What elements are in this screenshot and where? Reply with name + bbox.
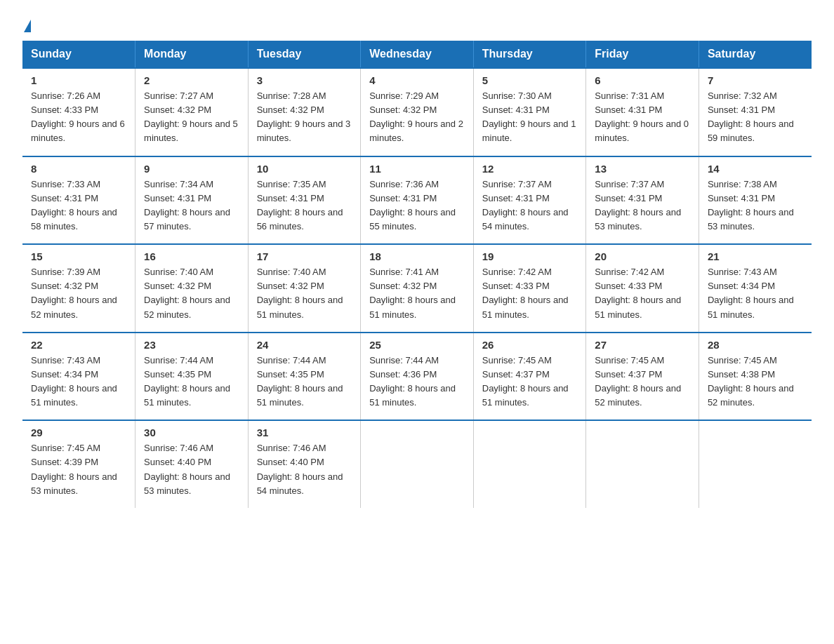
calendar-cell: 7 Sunrise: 7:32 AMSunset: 4:31 PMDayligh… [699, 68, 812, 156]
calendar-cell: 17 Sunrise: 7:40 AMSunset: 4:32 PMDaylig… [248, 244, 361, 333]
day-number: 17 [257, 250, 352, 262]
day-number: 1 [31, 74, 126, 86]
calendar-cell: 21 Sunrise: 7:43 AMSunset: 4:34 PMDaylig… [699, 244, 812, 333]
calendar-cell: 1 Sunrise: 7:26 AMSunset: 4:33 PMDayligh… [22, 68, 135, 156]
header-wednesday: Wednesday [361, 41, 474, 68]
calendar-cell: 14 Sunrise: 7:38 AMSunset: 4:31 PMDaylig… [699, 156, 812, 245]
day-info: Sunrise: 7:37 AMSunset: 4:31 PMDaylight:… [482, 177, 578, 234]
calendar-cell [361, 420, 474, 508]
header-tuesday: Tuesday [248, 41, 361, 68]
day-info: Sunrise: 7:40 AMSunset: 4:32 PMDaylight:… [144, 265, 239, 322]
calendar-cell: 6 Sunrise: 7:31 AMSunset: 4:31 PMDayligh… [586, 68, 699, 156]
calendar-cell: 27 Sunrise: 7:45 AMSunset: 4:37 PMDaylig… [586, 333, 699, 421]
page-header [22, 17, 812, 29]
calendar-week-row: 29 Sunrise: 7:45 AMSunset: 4:39 PMDaylig… [22, 420, 812, 508]
calendar-cell: 29 Sunrise: 7:45 AMSunset: 4:39 PMDaylig… [22, 420, 135, 508]
logo-triangle-icon [24, 20, 31, 32]
calendar-cell: 9 Sunrise: 7:34 AMSunset: 4:31 PMDayligh… [135, 156, 249, 245]
calendar-cell: 10 Sunrise: 7:35 AMSunset: 4:31 PMDaylig… [248, 156, 361, 245]
header-friday: Friday [586, 41, 699, 68]
calendar-cell: 20 Sunrise: 7:42 AMSunset: 4:33 PMDaylig… [586, 244, 699, 333]
calendar-cell: 18 Sunrise: 7:41 AMSunset: 4:32 PMDaylig… [361, 244, 474, 333]
day-number: 21 [708, 250, 803, 262]
day-number: 23 [144, 339, 239, 351]
day-info: Sunrise: 7:37 AMSunset: 4:31 PMDaylight:… [595, 177, 690, 234]
day-info: Sunrise: 7:42 AMSunset: 4:33 PMDaylight:… [595, 265, 690, 322]
day-number: 25 [369, 339, 465, 351]
day-number: 22 [31, 339, 126, 351]
day-number: 15 [31, 250, 126, 262]
calendar-cell: 25 Sunrise: 7:44 AMSunset: 4:36 PMDaylig… [361, 333, 474, 421]
day-info: Sunrise: 7:46 AMSunset: 4:40 PMDaylight:… [257, 441, 352, 498]
day-number: 27 [595, 339, 690, 351]
day-info: Sunrise: 7:40 AMSunset: 4:32 PMDaylight:… [257, 265, 352, 322]
day-info: Sunrise: 7:35 AMSunset: 4:31 PMDaylight:… [257, 177, 352, 234]
calendar-cell: 16 Sunrise: 7:40 AMSunset: 4:32 PMDaylig… [135, 244, 249, 333]
calendar-cell: 22 Sunrise: 7:43 AMSunset: 4:34 PMDaylig… [22, 333, 135, 421]
day-info: Sunrise: 7:39 AMSunset: 4:32 PMDaylight:… [31, 265, 126, 322]
day-number: 9 [144, 163, 239, 175]
day-number: 3 [257, 74, 352, 86]
calendar-week-row: 1 Sunrise: 7:26 AMSunset: 4:33 PMDayligh… [22, 68, 812, 156]
day-number: 10 [257, 163, 352, 175]
day-info: Sunrise: 7:43 AMSunset: 4:34 PMDaylight:… [31, 354, 126, 410]
calendar-cell: 8 Sunrise: 7:33 AMSunset: 4:31 PMDayligh… [22, 156, 135, 245]
calendar-cell: 24 Sunrise: 7:44 AMSunset: 4:35 PMDaylig… [248, 333, 361, 421]
calendar-cell: 30 Sunrise: 7:46 AMSunset: 4:40 PMDaylig… [135, 420, 249, 508]
day-info: Sunrise: 7:42 AMSunset: 4:33 PMDaylight:… [482, 265, 578, 322]
calendar-week-row: 15 Sunrise: 7:39 AMSunset: 4:32 PMDaylig… [22, 244, 812, 333]
day-info: Sunrise: 7:44 AMSunset: 4:35 PMDaylight:… [144, 354, 239, 410]
day-info: Sunrise: 7:45 AMSunset: 4:37 PMDaylight:… [595, 354, 690, 410]
day-number: 2 [144, 74, 239, 86]
day-info: Sunrise: 7:26 AMSunset: 4:33 PMDaylight:… [31, 89, 126, 146]
calendar-cell: 11 Sunrise: 7:36 AMSunset: 4:31 PMDaylig… [361, 156, 474, 245]
header-monday: Monday [135, 41, 249, 68]
header-saturday: Saturday [699, 41, 812, 68]
day-number: 18 [369, 250, 465, 262]
day-number: 8 [31, 163, 126, 175]
calendar-cell: 26 Sunrise: 7:45 AMSunset: 4:37 PMDaylig… [473, 333, 586, 421]
day-number: 5 [482, 74, 578, 86]
day-info: Sunrise: 7:45 AMSunset: 4:37 PMDaylight:… [482, 354, 578, 410]
calendar-cell: 3 Sunrise: 7:28 AMSunset: 4:32 PMDayligh… [248, 68, 361, 156]
header-thursday: Thursday [473, 41, 586, 68]
calendar-cell: 19 Sunrise: 7:42 AMSunset: 4:33 PMDaylig… [473, 244, 586, 333]
day-info: Sunrise: 7:33 AMSunset: 4:31 PMDaylight:… [31, 177, 126, 234]
day-number: 6 [595, 74, 690, 86]
day-info: Sunrise: 7:45 AMSunset: 4:39 PMDaylight:… [31, 441, 126, 498]
logo [22, 17, 31, 29]
calendar-cell: 28 Sunrise: 7:45 AMSunset: 4:38 PMDaylig… [699, 333, 812, 421]
day-number: 7 [708, 74, 803, 86]
calendar-header-row: SundayMondayTuesdayWednesdayThursdayFrid… [22, 41, 812, 68]
day-info: Sunrise: 7:44 AMSunset: 4:36 PMDaylight:… [369, 354, 465, 410]
calendar-cell: 15 Sunrise: 7:39 AMSunset: 4:32 PMDaylig… [22, 244, 135, 333]
day-info: Sunrise: 7:36 AMSunset: 4:31 PMDaylight:… [369, 177, 465, 234]
day-info: Sunrise: 7:45 AMSunset: 4:38 PMDaylight:… [708, 354, 803, 410]
calendar-cell [586, 420, 699, 508]
day-info: Sunrise: 7:38 AMSunset: 4:31 PMDaylight:… [708, 177, 803, 234]
day-info: Sunrise: 7:46 AMSunset: 4:40 PMDaylight:… [144, 441, 239, 498]
calendar-cell: 4 Sunrise: 7:29 AMSunset: 4:32 PMDayligh… [361, 68, 474, 156]
day-number: 4 [369, 74, 465, 86]
day-info: Sunrise: 7:29 AMSunset: 4:32 PMDaylight:… [369, 89, 465, 146]
calendar-cell [699, 420, 812, 508]
day-number: 29 [31, 427, 126, 438]
calendar-cell: 13 Sunrise: 7:37 AMSunset: 4:31 PMDaylig… [586, 156, 699, 245]
calendar-cell: 31 Sunrise: 7:46 AMSunset: 4:40 PMDaylig… [248, 420, 361, 508]
day-number: 12 [482, 163, 578, 175]
day-number: 30 [144, 427, 239, 438]
calendar-cell [473, 420, 586, 508]
day-info: Sunrise: 7:31 AMSunset: 4:31 PMDaylight:… [595, 89, 690, 146]
day-info: Sunrise: 7:32 AMSunset: 4:31 PMDaylight:… [708, 89, 803, 146]
day-number: 31 [257, 427, 352, 438]
day-number: 14 [708, 163, 803, 175]
day-info: Sunrise: 7:41 AMSunset: 4:32 PMDaylight:… [369, 265, 465, 322]
calendar-cell: 2 Sunrise: 7:27 AMSunset: 4:32 PMDayligh… [135, 68, 249, 156]
day-info: Sunrise: 7:44 AMSunset: 4:35 PMDaylight:… [257, 354, 352, 410]
day-info: Sunrise: 7:30 AMSunset: 4:31 PMDaylight:… [482, 89, 578, 146]
day-info: Sunrise: 7:27 AMSunset: 4:32 PMDaylight:… [144, 89, 239, 146]
calendar-week-row: 22 Sunrise: 7:43 AMSunset: 4:34 PMDaylig… [22, 333, 812, 421]
day-number: 13 [595, 163, 690, 175]
day-info: Sunrise: 7:28 AMSunset: 4:32 PMDaylight:… [257, 89, 352, 146]
day-number: 19 [482, 250, 578, 262]
